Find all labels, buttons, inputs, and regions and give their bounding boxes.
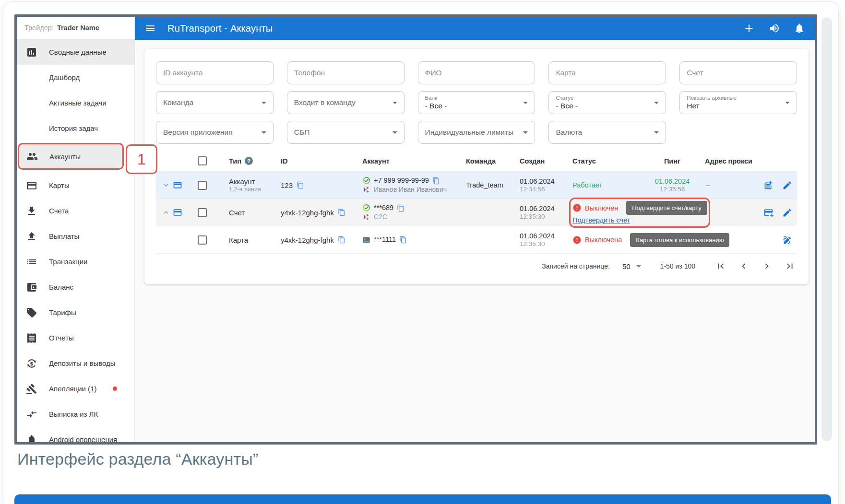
expand-chevron-down-icon[interactable] [162,181,170,189]
sidebar-item-label: История задач [49,124,98,132]
dropdown-caret-icon [636,265,641,268]
compare-arrows-icon [26,409,37,420]
sidebar-item-statement[interactable]: Выписка из ЛК [17,401,134,427]
copy-icon[interactable] [297,181,304,189]
prev-page-icon[interactable] [738,261,749,271]
account-id-filter[interactable] [156,61,274,84]
annotation-callout-1: 1 [126,144,157,174]
notification-dot [113,387,117,391]
table-row-account: Аккаунт 1,2-я линия 123 +7 999 999-99-99 [156,172,797,199]
created-date: 01.06.2024 [520,232,562,240]
dropdown-caret-icon [262,131,266,134]
sidebar-item-appeals[interactable]: Апелляции (1) [17,376,134,401]
edit-icon[interactable] [782,208,792,218]
menu-icon[interactable] [144,23,156,34]
volume-icon[interactable] [769,23,780,34]
draw-icon[interactable] [782,235,792,245]
individual-limits-select[interactable]: Индивидуальные лимиты [418,121,536,144]
sidebar-item-invoices[interactable]: Счета [17,198,134,223]
card-add-icon[interactable] [763,208,774,218]
sidebar-item-accounts[interactable]: Аккаунты [18,143,124,170]
account-id-input[interactable] [163,69,266,77]
select-all-checkbox[interactable] [198,156,207,165]
row-checkbox[interactable] [198,208,207,217]
confirm-account-link[interactable]: Подтвердить счет [572,216,630,224]
card-input[interactable] [556,69,659,77]
last-page-icon[interactable] [785,261,795,271]
col-proxy: Адрес прокси [702,157,759,165]
group-icon [26,151,38,162]
fio-input[interactable] [425,69,528,77]
col-id: ID [269,157,350,165]
sidebar-item-cards[interactable]: Карты [17,173,134,198]
bottom-blue-bar [14,494,831,504]
sidebar-item-deposits[interactable]: Депозиты и выводы [17,351,134,376]
account-filter[interactable] [679,61,797,84]
sidebar-item-label: Android оповещения [49,435,117,442]
sidebar-item-active-tasks[interactable]: Активные задачи [17,90,134,116]
sidebar-item-label: Карты [49,181,70,189]
dropdown-caret-icon [523,102,528,104]
page-range: 1-50 из 100 [660,262,695,270]
bell-icon [26,434,37,443]
card-filter[interactable] [548,61,666,84]
currency-select[interactable]: Валюта [548,121,666,144]
copy-icon[interactable] [432,177,440,185]
copy-icon[interactable] [399,236,407,244]
notifications-bell-icon[interactable] [794,23,805,34]
row-type: Карта [229,236,266,244]
in-team-select[interactable]: Входит в команду [287,91,405,114]
first-page-icon[interactable] [715,261,726,271]
show-archived-select[interactable]: Показать архивные Нет [679,91,797,114]
sidebar-item-summary[interactable]: Сводные данные [17,39,134,65]
help-icon[interactable]: ? [245,157,253,165]
note-add-icon[interactable] [763,180,774,190]
row-checkbox[interactable] [198,235,207,245]
sbp-icon [362,186,370,194]
status-select-label: Статус [556,95,649,101]
app-screenshot-frame: Трейдер: Trader Name Сводные данные Дашб… [14,14,817,445]
sidebar-item-task-history[interactable]: История задач [17,116,134,141]
copy-icon[interactable] [397,204,405,212]
edit-icon[interactable] [782,180,792,190]
created-date: 01.06.2024 [520,205,562,212]
sidebar-item-balance[interactable]: Баланс [17,274,134,300]
card-expander-icon[interactable] [173,180,182,190]
sidebar-item-android[interactable]: Android оповещения [17,427,134,442]
filters-row-3: Версия приложения СБП Индивидуальные лим… [156,121,797,144]
row-type: Аккаунт [229,177,266,186]
ping-date: 01.06.2024 [645,177,699,185]
page-size-value: 50 [622,262,631,270]
page-size-select[interactable]: 50 [622,262,641,270]
phone-input[interactable] [294,69,397,77]
created-time: 12:35:30 [520,213,562,220]
sidebar-item-transactions[interactable]: Транзакции [17,249,134,274]
sidebar-item-tariffs[interactable]: Тарифы [17,300,134,325]
account-method: C2C [374,212,387,222]
bank-select[interactable]: Банк - Все - [418,91,536,114]
show-archived-label: Показать архивные [687,95,780,101]
status-select[interactable]: Статус - Все - [548,91,666,114]
copy-icon[interactable] [338,209,345,216]
dropdown-caret-icon [654,102,659,104]
sbp-select[interactable]: СБП [287,121,405,144]
phone-filter[interactable] [287,61,405,84]
sidebar-item-payouts[interactable]: Выплаты [17,223,134,249]
sidebar-item-reports[interactable]: Отчеты [17,325,134,351]
card-expander-icon[interactable] [173,208,182,217]
row-checkbox[interactable] [198,181,207,190]
app-version-select[interactable]: Версия приложения [156,121,274,144]
sber-bank-icon [362,204,370,212]
expand-chevron-up-icon[interactable] [162,208,170,217]
created-time: 12:34:56 [520,186,562,193]
bar-chart-icon [26,47,37,58]
account-input[interactable] [687,69,790,77]
sbp-select-label: СБП [294,128,310,137]
add-icon[interactable] [743,22,755,35]
sidebar-item-dashboard[interactable]: Дашборд [17,65,134,90]
next-page-icon[interactable] [762,261,772,271]
page-scrollbar[interactable] [821,17,832,441]
team-select[interactable]: Команда [156,91,274,114]
fio-filter[interactable] [418,61,536,84]
copy-icon[interactable] [338,236,345,244]
